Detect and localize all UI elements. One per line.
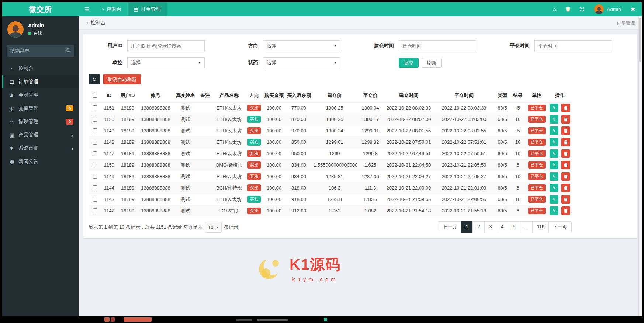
search-icon[interactable] bbox=[66, 48, 70, 54]
row-checkbox[interactable] bbox=[93, 151, 97, 156]
edit-button[interactable]: ✎ bbox=[550, 184, 558, 192]
refresh-button[interactable]: 刷新 bbox=[422, 58, 442, 68]
sidebar-search-input[interactable]: 搜索菜单 bbox=[7, 45, 74, 57]
tab-order-management[interactable]: ▤ 订单管理 bbox=[128, 2, 167, 16]
page-size-select[interactable]: 10 ▲ bbox=[205, 222, 222, 233]
trash-icon[interactable] bbox=[566, 7, 570, 12]
delete-button[interactable] bbox=[561, 184, 570, 192]
sidebar-item-orders[interactable]: 订单管理 bbox=[2, 75, 79, 88]
page-5-button[interactable]: 5 bbox=[508, 221, 520, 233]
row-checkbox[interactable] bbox=[93, 174, 97, 179]
delete-button[interactable] bbox=[561, 126, 570, 135]
cell-real-name: 测试 bbox=[173, 205, 198, 216]
cell-id: 1144 bbox=[101, 182, 117, 194]
home-icon[interactable]: ⌂ bbox=[553, 7, 556, 12]
user-id-input[interactable] bbox=[127, 40, 205, 51]
prev-page-button[interactable]: 上一页 bbox=[438, 221, 461, 233]
delete-button[interactable] bbox=[561, 138, 570, 146]
trash-icon bbox=[564, 129, 568, 133]
orders-card: 用户ID 方向 选择 ▼ 建仓时间 平仓时间 bbox=[83, 34, 637, 238]
edit-button[interactable]: ✎ bbox=[550, 126, 558, 135]
edit-button[interactable]: ✎ bbox=[550, 172, 558, 181]
fullscreen-icon[interactable] bbox=[580, 7, 585, 12]
next-page-button[interactable]: 下一页 bbox=[548, 221, 572, 233]
edit-button[interactable]: ✎ bbox=[550, 206, 558, 215]
brand-logo[interactable]: 微交所 bbox=[2, 2, 79, 16]
edit-button[interactable]: ✎ bbox=[550, 149, 558, 158]
trash-icon bbox=[564, 152, 568, 156]
page-2-button[interactable]: 2 bbox=[472, 221, 485, 233]
status-select[interactable]: 选择 ▼ bbox=[263, 57, 340, 68]
control-select[interactable]: 选择 ▼ bbox=[127, 57, 205, 68]
row-checkbox[interactable] bbox=[93, 163, 97, 167]
page-116-button[interactable]: 116 bbox=[532, 221, 549, 233]
trash-icon bbox=[564, 163, 568, 167]
sidebar-item-news[interactable]: 新闻公告 bbox=[2, 155, 79, 168]
edit-button[interactable]: ✎ bbox=[550, 138, 558, 146]
delete-button[interactable] bbox=[561, 104, 570, 112]
direction-badge: 买涨 bbox=[247, 184, 261, 191]
close-time-input[interactable] bbox=[534, 40, 612, 51]
select-all-checkbox[interactable] bbox=[93, 93, 97, 98]
sidebar-item-products[interactable]: 产品管理 ‹ bbox=[2, 128, 79, 142]
row-checkbox[interactable] bbox=[93, 197, 97, 202]
cancel-auto-refresh-button[interactable]: 取消自动刷新 bbox=[103, 74, 141, 84]
cell-user-id: 18189 bbox=[117, 205, 138, 216]
control-sidebar-gear-icon[interactable]: ✱ bbox=[630, 7, 635, 12]
cell-id: 1149 bbox=[101, 171, 117, 182]
delete-button[interactable] bbox=[561, 149, 570, 158]
pencil-icon: ✎ bbox=[552, 117, 556, 122]
delete-button[interactable] bbox=[561, 172, 570, 181]
cell-open-time: 2022-10-22 08:02:33 bbox=[384, 102, 434, 114]
row-checkbox[interactable] bbox=[93, 185, 97, 190]
edit-button[interactable]: ✎ bbox=[550, 195, 558, 204]
app-window: 微交所 ☰ ◔ 控制台 ▤ 订单管理 ⌂ Admin ✱ bbox=[2, 2, 642, 316]
sidebar-item-withdraw[interactable]: 提现管理 0 bbox=[2, 115, 79, 128]
row-checkbox[interactable] bbox=[93, 140, 97, 145]
cell-open-price: 1300.24 bbox=[312, 125, 357, 136]
page-1-button[interactable]: 1 bbox=[461, 221, 473, 233]
table-refresh-button[interactable]: ↻ bbox=[89, 74, 100, 84]
delete-button[interactable] bbox=[561, 115, 570, 124]
cell-balance: 770.00 bbox=[285, 102, 312, 114]
table-row: 1142 18189 13888888888 测试 EOS/柚子 买涨 100.… bbox=[89, 205, 572, 216]
cell-user-id: 18189 bbox=[117, 182, 138, 194]
edit-button[interactable]: ✎ bbox=[550, 104, 558, 112]
delete-button[interactable] bbox=[561, 195, 570, 204]
edit-button[interactable]: ✎ bbox=[550, 161, 558, 169]
scrollbar-thumb[interactable] bbox=[639, 18, 641, 62]
cell-amount: 100.00 bbox=[263, 114, 285, 125]
row-checkbox[interactable] bbox=[93, 128, 97, 133]
direction-select[interactable]: 选择 ▼ bbox=[263, 40, 340, 51]
control-status-badge: 已平仓 bbox=[528, 162, 546, 168]
page-4-button[interactable]: 4 bbox=[496, 221, 508, 233]
sidebar-toggle-button[interactable]: ☰ bbox=[79, 2, 95, 16]
submit-button[interactable]: 提交 bbox=[399, 58, 419, 68]
tab-dashboard[interactable]: ◔ 控制台 bbox=[95, 2, 128, 16]
scrollbar[interactable] bbox=[638, 16, 642, 316]
sidebar-item-settings[interactable]: 系统设置 ‹ bbox=[2, 142, 79, 155]
cell-real-name: 测试 bbox=[173, 182, 198, 194]
delete-button[interactable] bbox=[561, 161, 570, 169]
pencil-icon: ✎ bbox=[552, 163, 556, 168]
cell-result: 6 bbox=[510, 182, 525, 194]
page-ellipsis[interactable]: ... bbox=[520, 221, 533, 233]
chevron-down-icon: ▼ bbox=[334, 44, 337, 48]
breadcrumb[interactable]: ◔ 控制台 bbox=[85, 20, 105, 26]
sidebar-item-dashboard[interactable]: 控制台 bbox=[2, 62, 79, 75]
control-select-value: 选择 bbox=[131, 59, 141, 66]
cell-amount: 100.00 bbox=[263, 205, 285, 216]
row-checkbox[interactable] bbox=[93, 117, 97, 122]
sidebar-item-members[interactable]: 会员管理 bbox=[2, 88, 79, 102]
cell-amount: 100.00 bbox=[263, 159, 285, 171]
row-checkbox[interactable] bbox=[93, 105, 97, 110]
page-3-button[interactable]: 3 bbox=[484, 221, 496, 233]
column-header: 建仓价 bbox=[312, 89, 357, 102]
sidebar-item-recharge[interactable]: 充值管理 0 bbox=[2, 102, 79, 115]
sidebar-user-status: 在线 bbox=[33, 30, 42, 37]
open-time-input[interactable] bbox=[399, 40, 476, 51]
delete-button[interactable] bbox=[561, 206, 570, 215]
row-checkbox[interactable] bbox=[93, 208, 97, 213]
user-menu[interactable]: Admin bbox=[594, 4, 621, 14]
edit-button[interactable]: ✎ bbox=[550, 115, 558, 124]
